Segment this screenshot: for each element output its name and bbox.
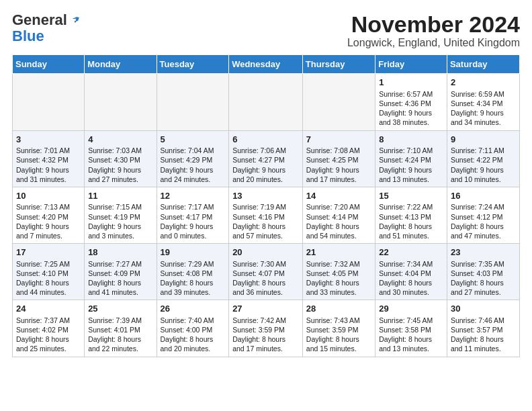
calendar-day-cell: [85, 74, 157, 130]
calendar-day-cell: [13, 74, 85, 130]
day-info: Sunrise: 7:46 AMSunset: 3:57 PMDaylight:…: [451, 316, 516, 354]
calendar-day-cell: 30Sunrise: 7:46 AMSunset: 3:57 PMDayligh…: [447, 300, 519, 357]
day-number: 10: [16, 190, 81, 202]
day-info: Sunrise: 7:29 AMSunset: 4:08 PMDaylight:…: [161, 259, 226, 298]
page: General Blue November 2024 Longwick, Eng…: [0, 0, 532, 364]
logo-general-text: General: [12, 12, 67, 28]
col-header-sunday: Sunday: [13, 55, 85, 74]
day-number: 4: [88, 134, 152, 146]
day-number: 5: [161, 134, 226, 146]
day-info: Sunrise: 7:19 AMSunset: 4:16 PMDaylight:…: [232, 202, 299, 240]
calendar-day-cell: 27Sunrise: 7:42 AMSunset: 3:59 PMDayligh…: [229, 300, 303, 357]
day-info: Sunrise: 6:59 AMSunset: 4:34 PMDaylight:…: [451, 89, 516, 128]
day-number: 3: [16, 134, 81, 146]
calendar-day-cell: 24Sunrise: 7:37 AMSunset: 4:02 PMDayligh…: [13, 300, 85, 357]
col-header-friday: Friday: [375, 55, 447, 74]
day-info: Sunrise: 7:24 AMSunset: 4:12 PMDaylight:…: [451, 202, 516, 240]
calendar-day-cell: 20Sunrise: 7:30 AMSunset: 4:07 PMDayligh…: [229, 244, 303, 300]
title-block: November 2024 Longwick, England, United …: [347, 12, 520, 49]
day-number: 17: [16, 246, 81, 259]
calendar-day-cell: 21Sunrise: 7:32 AMSunset: 4:05 PMDayligh…: [302, 244, 375, 300]
calendar-day-cell: 10Sunrise: 7:13 AMSunset: 4:20 PMDayligh…: [13, 187, 85, 243]
calendar-day-cell: 8Sunrise: 7:10 AMSunset: 4:24 PMDaylight…: [375, 130, 447, 187]
logo: General Blue: [12, 12, 81, 44]
day-number: 8: [379, 134, 443, 146]
day-number: 25: [88, 303, 152, 315]
day-info: Sunrise: 7:30 AMSunset: 4:07 PMDaylight:…: [232, 259, 299, 298]
day-number: 1: [379, 77, 443, 89]
calendar-week-row: 17Sunrise: 7:25 AMSunset: 4:10 PMDayligh…: [13, 244, 520, 300]
day-info: Sunrise: 7:35 AMSunset: 4:03 PMDaylight:…: [451, 259, 516, 298]
calendar-day-cell: 6Sunrise: 7:06 AMSunset: 4:27 PMDaylight…: [229, 130, 303, 187]
day-info: Sunrise: 7:22 AMSunset: 4:13 PMDaylight:…: [379, 202, 443, 240]
day-info: Sunrise: 7:42 AMSunset: 3:59 PMDaylight:…: [232, 316, 299, 354]
calendar-day-cell: 4Sunrise: 7:03 AMSunset: 4:30 PMDaylight…: [85, 130, 157, 187]
calendar-day-cell: 26Sunrise: 7:40 AMSunset: 4:00 PMDayligh…: [157, 300, 229, 357]
calendar-day-cell: 16Sunrise: 7:24 AMSunset: 4:12 PMDayligh…: [447, 187, 519, 243]
day-number: 9: [451, 134, 516, 146]
logo-blue-text: Blue: [12, 28, 44, 44]
day-info: Sunrise: 7:45 AMSunset: 3:58 PMDaylight:…: [379, 316, 443, 354]
day-number: 23: [451, 246, 516, 259]
day-number: 13: [232, 190, 299, 202]
calendar-day-cell: 18Sunrise: 7:27 AMSunset: 4:09 PMDayligh…: [85, 244, 157, 300]
day-number: 14: [306, 190, 371, 202]
calendar-day-cell: 3Sunrise: 7:01 AMSunset: 4:32 PMDaylight…: [13, 130, 85, 187]
calendar-day-cell: 11Sunrise: 7:15 AMSunset: 4:19 PMDayligh…: [85, 187, 157, 243]
calendar-table: SundayMondayTuesdayWednesdayThursdayFrid…: [12, 54, 520, 357]
col-header-wednesday: Wednesday: [229, 55, 303, 74]
header: General Blue November 2024 Longwick, Eng…: [12, 12, 520, 49]
day-info: Sunrise: 7:27 AMSunset: 4:09 PMDaylight:…: [88, 259, 152, 298]
calendar-day-cell: 12Sunrise: 7:17 AMSunset: 4:17 PMDayligh…: [157, 187, 229, 243]
calendar-day-cell: 2Sunrise: 6:59 AMSunset: 4:34 PMDaylight…: [447, 74, 519, 130]
calendar-day-cell: 5Sunrise: 7:04 AMSunset: 4:29 PMDaylight…: [157, 130, 229, 187]
calendar-day-cell: [302, 74, 375, 130]
day-info: Sunrise: 7:43 AMSunset: 3:59 PMDaylight:…: [306, 316, 371, 354]
day-info: Sunrise: 7:40 AMSunset: 4:00 PMDaylight:…: [161, 316, 226, 354]
calendar-week-row: 3Sunrise: 7:01 AMSunset: 4:32 PMDaylight…: [13, 130, 520, 187]
day-info: Sunrise: 7:08 AMSunset: 4:25 PMDaylight:…: [306, 146, 371, 184]
calendar-day-cell: 29Sunrise: 7:45 AMSunset: 3:58 PMDayligh…: [375, 300, 447, 357]
day-number: 29: [379, 303, 443, 315]
day-number: 26: [161, 303, 226, 315]
calendar-day-cell: 22Sunrise: 7:34 AMSunset: 4:04 PMDayligh…: [375, 244, 447, 300]
day-info: Sunrise: 7:37 AMSunset: 4:02 PMDaylight:…: [16, 316, 81, 354]
day-info: Sunrise: 7:11 AMSunset: 4:22 PMDaylight:…: [451, 146, 516, 184]
day-info: Sunrise: 7:10 AMSunset: 4:24 PMDaylight:…: [379, 146, 443, 184]
calendar-day-cell: 17Sunrise: 7:25 AMSunset: 4:10 PMDayligh…: [13, 244, 85, 300]
calendar-day-cell: 1Sunrise: 6:57 AMSunset: 4:36 PMDaylight…: [375, 74, 447, 130]
calendar-day-cell: 15Sunrise: 7:22 AMSunset: 4:13 PMDayligh…: [375, 187, 447, 243]
day-info: Sunrise: 7:13 AMSunset: 4:20 PMDaylight:…: [16, 202, 81, 240]
day-number: 21: [306, 246, 371, 259]
day-number: 11: [88, 190, 152, 202]
day-number: 22: [379, 246, 443, 259]
day-number: 24: [16, 303, 81, 315]
day-info: Sunrise: 7:34 AMSunset: 4:04 PMDaylight:…: [379, 259, 443, 298]
calendar-day-cell: 25Sunrise: 7:39 AMSunset: 4:01 PMDayligh…: [85, 300, 157, 357]
calendar-day-cell: 13Sunrise: 7:19 AMSunset: 4:16 PMDayligh…: [229, 187, 303, 243]
calendar-day-cell: 14Sunrise: 7:20 AMSunset: 4:14 PMDayligh…: [302, 187, 375, 243]
day-info: Sunrise: 6:57 AMSunset: 4:36 PMDaylight:…: [379, 89, 443, 128]
location: Longwick, England, United Kingdom: [347, 37, 520, 49]
day-info: Sunrise: 7:01 AMSunset: 4:32 PMDaylight:…: [16, 146, 81, 184]
day-number: 6: [232, 134, 299, 146]
calendar-day-cell: 9Sunrise: 7:11 AMSunset: 4:22 PMDaylight…: [447, 130, 519, 187]
day-number: 28: [306, 303, 371, 315]
calendar-day-cell: [157, 74, 229, 130]
calendar-day-cell: 7Sunrise: 7:08 AMSunset: 4:25 PMDaylight…: [302, 130, 375, 187]
day-number: 20: [232, 246, 299, 259]
logo-bird-icon: [69, 14, 81, 26]
day-number: 7: [306, 134, 371, 146]
calendar-day-cell: 19Sunrise: 7:29 AMSunset: 4:08 PMDayligh…: [157, 244, 229, 300]
day-number: 19: [161, 246, 226, 259]
col-header-tuesday: Tuesday: [157, 55, 229, 74]
calendar-day-cell: 28Sunrise: 7:43 AMSunset: 3:59 PMDayligh…: [302, 300, 375, 357]
calendar-week-row: 1Sunrise: 6:57 AMSunset: 4:36 PMDaylight…: [13, 74, 520, 130]
day-number: 27: [232, 303, 299, 315]
day-info: Sunrise: 7:39 AMSunset: 4:01 PMDaylight:…: [88, 316, 152, 354]
day-number: 12: [161, 190, 226, 202]
day-number: 30: [451, 303, 516, 315]
month-title: November 2024: [347, 12, 520, 37]
day-info: Sunrise: 7:15 AMSunset: 4:19 PMDaylight:…: [88, 202, 152, 240]
calendar-week-row: 10Sunrise: 7:13 AMSunset: 4:20 PMDayligh…: [13, 187, 520, 243]
